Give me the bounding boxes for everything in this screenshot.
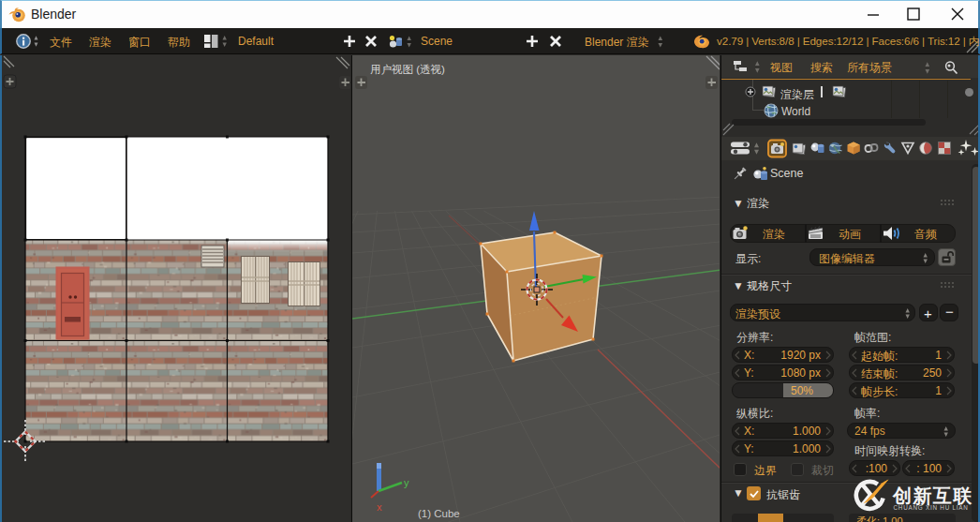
svg-text:创新互联: 创新互联	[892, 485, 973, 506]
svg-text:(1) Cube: (1) Cube	[418, 508, 460, 519]
svg-text:y: y	[404, 477, 409, 488]
svg-text:x: x	[377, 501, 382, 513]
svg-text:用户视图 (透视): 用户视图 (透视)	[370, 64, 445, 75]
svg-text:CHUANG XIN HU LIAN: CHUANG XIN HU LIAN	[894, 504, 969, 511]
